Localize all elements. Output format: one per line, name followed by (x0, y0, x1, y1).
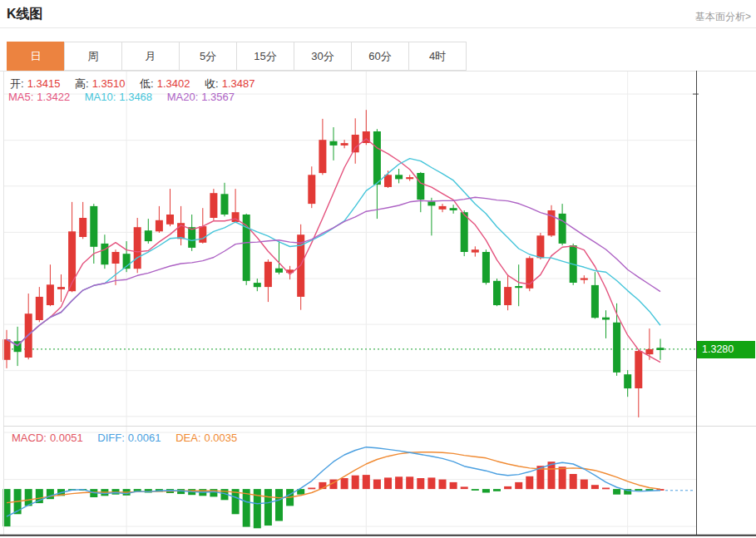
candle-body (352, 135, 359, 152)
candle-body (439, 206, 447, 210)
diff-value: 0.0061 (128, 432, 161, 444)
ma5-label: MA5: (8, 91, 33, 103)
candle-body (210, 193, 217, 218)
candle-body (450, 208, 457, 210)
macd-bar (275, 489, 283, 521)
candle-body (373, 131, 381, 185)
macd-bar (427, 477, 435, 489)
macd-bar (472, 489, 479, 491)
candle-body (57, 287, 65, 289)
candle-body (482, 252, 490, 283)
candle-body (395, 175, 403, 179)
macd-bar (613, 489, 620, 495)
fundamental-analysis-link[interactable]: 基本面分析> (695, 10, 751, 24)
high-label: 高: (75, 77, 89, 90)
interval-tab-周[interactable]: 周 (64, 42, 122, 71)
candle-body (384, 175, 392, 187)
open-value: 1.3415 (27, 77, 61, 90)
candle-body (591, 285, 599, 318)
candle-body (319, 140, 326, 173)
ma10-value: 1.3468 (119, 91, 152, 103)
macd-bar (341, 478, 348, 489)
macd-bar (559, 466, 566, 489)
page-title: K线图 (7, 6, 43, 23)
high-value: 1.3510 (92, 77, 126, 90)
macd-bar (450, 482, 457, 489)
interval-tab-60分[interactable]: 60分 (351, 42, 409, 71)
interval-tab-5分[interactable]: 5分 (179, 42, 237, 71)
candle-body (79, 218, 86, 237)
candle-body (330, 141, 338, 146)
candle-body (559, 214, 566, 244)
candle-body (166, 215, 174, 225)
candle-body (112, 252, 120, 264)
kline-chart-canvas[interactable] (0, 71, 756, 538)
header-divider (0, 27, 756, 28)
candle-body (515, 286, 522, 288)
candle-body (472, 249, 479, 252)
current-price-tag: 1.3280 (697, 341, 755, 358)
macd-bar (591, 485, 599, 489)
diff-label: DIFF: (97, 432, 125, 444)
macd-value: 0.0051 (50, 432, 83, 444)
candle-body (504, 287, 511, 305)
dea-value: 0.0035 (205, 432, 238, 444)
candle-body (90, 206, 97, 247)
candle-body (461, 212, 468, 252)
macd-bar (581, 480, 588, 490)
candle-body (493, 281, 501, 305)
candle-body (145, 230, 152, 241)
low-value: 1.3402 (157, 77, 190, 90)
macd-bar (406, 476, 413, 489)
macd-bar (210, 489, 217, 496)
ohlc-legend: 开:1.3415 高:1.3510 低:1.3402 收:1.3487 (10, 77, 258, 91)
macd-bar (461, 486, 468, 489)
interval-tab-4时[interactable]: 4时 (408, 42, 467, 71)
macd-bar (264, 489, 272, 526)
macd-bar (243, 489, 250, 527)
candle-body (657, 348, 665, 350)
candle-body (134, 227, 141, 269)
macd-label: MACD: (12, 432, 47, 444)
candle-body (275, 269, 283, 273)
candle-body (156, 220, 163, 232)
kline-widget: K线图 基本面分析> 日周月5分15分30分60分4时 开:1.3415 高:1… (0, 0, 756, 538)
interval-tabbar: 日周月5分15分30分60分4时 (7, 42, 467, 71)
macd-bar (515, 482, 522, 489)
candle-body (199, 226, 206, 243)
interval-tab-15分[interactable]: 15分 (236, 42, 294, 71)
ma5-value: 1.3422 (37, 91, 70, 103)
macd-bar (308, 488, 315, 490)
interval-tab-月[interactable]: 月 (121, 42, 180, 71)
ma20-label: MA20: (167, 91, 199, 103)
candle-body (254, 283, 261, 287)
macd-bar (602, 488, 610, 490)
macd-bar (363, 475, 370, 489)
candle-body (417, 173, 424, 200)
macd-bar (439, 480, 447, 490)
macd-bar (395, 476, 403, 489)
candle-body (406, 177, 413, 179)
interval-tab-30分[interactable]: 30分 (294, 42, 352, 71)
candle-body (635, 351, 642, 388)
close-value: 1.3487 (222, 77, 255, 90)
macd-bar (526, 476, 533, 489)
candle-body (101, 244, 108, 264)
candle-body (645, 349, 653, 354)
interval-tab-日[interactable]: 日 (7, 42, 65, 71)
ma20-value: 1.3567 (201, 91, 235, 103)
ma10-label: MA10: (85, 91, 116, 103)
macd-bar (384, 477, 392, 489)
candle-body (427, 201, 435, 205)
macd-legend: MACD:0.0051 DIFF:0.0061 DEA:0.0035 (12, 432, 240, 444)
macd-bar (504, 486, 511, 489)
ma-legend: MA5:1.3422 MA10:1.3468 MA20:1.3567 (8, 91, 238, 103)
candle-body (536, 235, 544, 258)
macd-bar (635, 489, 642, 491)
macd-bar (373, 480, 381, 490)
candle-body (36, 297, 43, 320)
close-label: 收: (205, 77, 219, 90)
dea-label: DEA: (175, 432, 200, 444)
candle-body (341, 143, 348, 146)
candle-body (581, 279, 588, 280)
